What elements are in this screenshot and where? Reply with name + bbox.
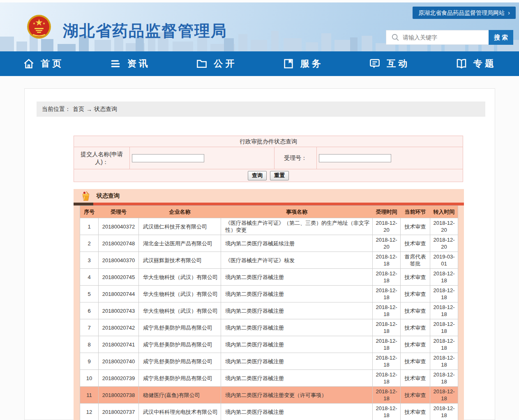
breadcrumb-home-link[interactable]: 首页 <box>73 106 84 113</box>
table-row[interactable]: 10 20180020739 咸宁兆舒美防护用品有限公司 境内第二类医疗器械注册… <box>80 370 458 387</box>
cell-no: 7 <box>80 319 99 336</box>
cell-acceptance-no: 20180020743 <box>99 302 139 319</box>
nav-item-interaction[interactable]: 互动 <box>346 51 433 76</box>
cell-item: 境内第二类医疗器械注册 <box>221 319 373 336</box>
old-site-link[interactable]: 原湖北省食品药品监督管理局网站 › <box>413 7 516 19</box>
nav-label: 资讯 <box>127 58 150 70</box>
cell-no: 2 <box>80 235 99 252</box>
cell-transfer-date: 2018-12-18 <box>430 269 458 286</box>
nav-item-news[interactable]: 资讯 <box>87 51 173 76</box>
table-row[interactable]: 8 20180020741 咸宁兆舒美防护用品有限公司 境内第二类医疗器械注册 … <box>80 336 458 353</box>
table-row[interactable]: 2 20180020748 湖北金士达医用产品有限公司 境内第二类医疗器械延续注… <box>80 235 458 252</box>
query-button[interactable]: 查询 <box>248 171 267 180</box>
table-row[interactable]: 5 20180020744 华大生物科技（武汉）有限公司 境内第二类医疗器械注册… <box>80 286 458 302</box>
cell-accept-date: 2018-12-18 <box>373 353 401 370</box>
table-row[interactable]: 3 20180040370 武汉丽辉新技术有限公司 《医疗器械生产许可证》核发 … <box>80 252 458 269</box>
cell-transfer-date: 2018-12-18 <box>430 286 458 302</box>
cell-transfer-date: 2018-12-18 <box>430 404 458 420</box>
cell-transfer-date: 2018-12-18 <box>430 370 458 387</box>
nav-item-services[interactable]: 服务 <box>260 51 346 76</box>
nav-item-home[interactable]: 首页 <box>0 51 87 76</box>
cell-no: 1 <box>80 218 99 235</box>
nav-label: 专题 <box>473 58 496 70</box>
nav-item-disclosure[interactable]: 公开 <box>173 51 260 76</box>
cell-item: 境内第二类医疗器械注册变更（许可事项） <box>221 387 373 404</box>
cell-company: 湖北金士达医用产品有限公司 <box>139 235 221 252</box>
form-actions: 查询 重置 <box>74 169 463 182</box>
cell-transfer-date: 2018-12-18 <box>430 319 458 336</box>
cell-company: 武汉丽辉新技术有限公司 <box>139 252 221 269</box>
section-title: 状态查询 <box>97 192 120 200</box>
cell-accept-date: 2018-12-18 <box>373 252 401 269</box>
cell-accept-date: 2018-12-20 <box>373 218 401 235</box>
cell-acceptance-no: 20180020744 <box>99 286 139 302</box>
old-site-link-label: 原湖北省食品药品监督管理局网站 <box>418 7 505 19</box>
search-input[interactable] <box>403 31 489 44</box>
cell-acceptance-no: 20180020737 <box>99 404 139 420</box>
section-head: 状态查询 <box>74 189 464 203</box>
site-search: 搜 索 <box>386 30 513 45</box>
table-row[interactable]: 1 20180040372 武汉德仁科技开发有限公司 《医疗器械生产许可证》（第… <box>80 218 458 235</box>
cell-accept-date: 2018-12-18 <box>373 286 401 302</box>
col-header-acceptance-no: 受理号 <box>99 206 139 218</box>
site-header: 湖北省药品监督管理局 原湖北省食品药品监督管理局网站 › 搜 索 <box>0 2 519 51</box>
nav-item-topics[interactable]: 专题 <box>433 51 519 76</box>
table-row[interactable]: 12 20180020737 武汉中科科理光电技术有限公司 境内第二类医疗器械注… <box>80 404 458 420</box>
search-button[interactable]: 搜 索 <box>489 30 513 45</box>
cell-accept-date: 2018-12-20 <box>373 235 401 252</box>
nav-label: 互动 <box>387 58 410 70</box>
table-header-row: 序号 受理号 企业名称 事项名称 受理时间 当前环节 转入时间 <box>80 206 458 218</box>
table-row[interactable]: 4 20180020745 华大生物科技（武汉）有限公司 境内第二类医疗器械注册… <box>80 269 458 286</box>
cell-company: 咸宁兆舒美防护用品有限公司 <box>139 353 221 370</box>
cell-item: 《医疗器械生产许可证》（第二、三类）的生产地址（非文字性）变更 <box>221 218 373 235</box>
reset-button[interactable]: 重置 <box>270 171 289 180</box>
cell-transfer-date: 2018-12-20 <box>430 218 458 235</box>
cell-stage: 技术审查 <box>401 336 430 353</box>
breadcrumb-prefix: 当前位置： <box>42 106 71 113</box>
applicant-label: 提交人名称(申请人)： <box>74 147 130 169</box>
applicant-input[interactable] <box>132 154 204 162</box>
cell-stage: 技术审查 <box>401 286 430 302</box>
cell-item: 境内第二类医疗器械注册 <box>221 286 373 302</box>
cell-no: 5 <box>80 286 99 302</box>
national-emblem-icon <box>26 14 52 39</box>
cell-company: 武汉中科科理光电技术有限公司 <box>139 404 221 420</box>
cell-item: 境内第二类医疗器械注册 <box>221 370 373 387</box>
table-row[interactable]: 9 20180020740 咸宁兆舒美防护用品有限公司 境内第二类医疗器械注册 … <box>80 353 458 370</box>
acceptance-no-input[interactable] <box>319 154 391 162</box>
drink-glass-icon <box>81 191 91 201</box>
breadcrumb: 当前位置： 首页 → 状态查询 <box>37 102 485 117</box>
cell-accept-date: 2018-12-18 <box>373 387 401 404</box>
cell-transfer-date: 2019-03-01 <box>430 252 458 269</box>
cell-company: 咸宁兆舒美防护用品有限公司 <box>139 336 221 353</box>
cell-acceptance-no: 20180020748 <box>99 235 139 252</box>
form-body: 提交人名称(申请人)： 受理号： <box>74 147 463 169</box>
status-query-form: 行政审批办件状态查询 提交人名称(申请人)： 受理号： 查询 重置 <box>74 136 463 182</box>
col-header-accept-date: 受理时间 <box>373 206 401 218</box>
table-row[interactable]: 7 20180020742 咸宁兆舒美防护用品有限公司 境内第二类医疗器械注册 … <box>80 319 458 336</box>
cell-stage: 技术审查 <box>401 387 430 404</box>
cell-stage: 技术审查 <box>401 353 430 370</box>
cell-transfer-date: 2018-12-20 <box>430 235 458 252</box>
chat-bubble-icon <box>369 58 381 70</box>
cell-stage: 技术审查 <box>401 218 430 235</box>
cell-accept-date: 2018-12-18 <box>373 269 401 286</box>
bookmark-book-icon <box>282 58 295 70</box>
nav-label: 首页 <box>41 58 64 70</box>
cell-stage: 技术审查 <box>401 370 430 387</box>
chevron-right-icon: › <box>508 7 510 19</box>
news-lines-icon <box>109 58 122 70</box>
cell-acceptance-no: 20180020741 <box>99 336 139 353</box>
form-title: 行政审批办件状态查询 <box>74 136 463 147</box>
table-row[interactable]: 6 20180020743 华大生物科技（武汉）有限公司 境内第二类医疗器械注册… <box>80 302 458 319</box>
cell-stage: 技术审查 <box>401 235 430 252</box>
cell-acceptance-no: 20180020738 <box>99 387 139 404</box>
cell-no: 6 <box>80 302 99 319</box>
col-header-item: 事项名称 <box>221 206 373 218</box>
cell-no: 10 <box>80 370 99 387</box>
table-row[interactable]: 11 20180020738 稳健医疗(嘉鱼)有限公司 境内第二类医疗器械注册变… <box>80 387 458 404</box>
cell-transfer-date: 2018-12-18 <box>430 302 458 319</box>
folder-icon <box>196 58 208 70</box>
breadcrumb-arrow-icon: → <box>86 106 92 113</box>
cell-item: 境内第二类医疗器械延续注册 <box>221 235 373 252</box>
